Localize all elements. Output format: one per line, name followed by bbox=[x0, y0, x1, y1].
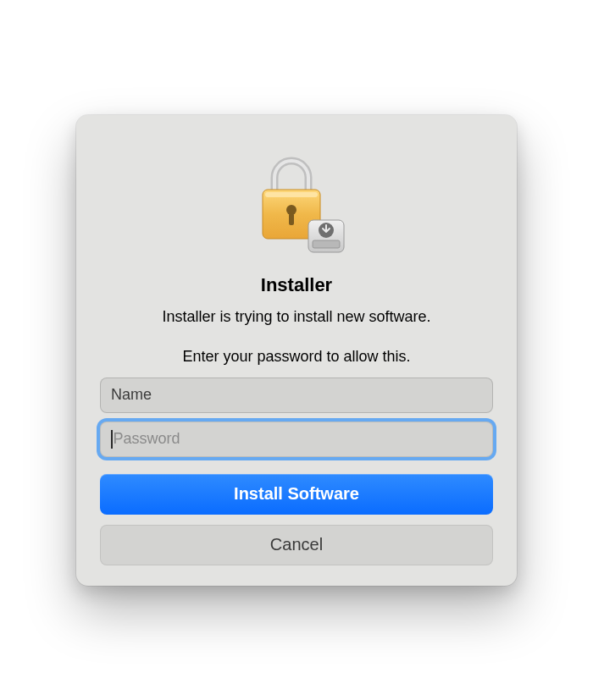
password-placeholder: Password bbox=[114, 430, 180, 448]
svg-rect-1 bbox=[265, 192, 318, 197]
lock-installer-icon bbox=[237, 144, 356, 262]
svg-rect-5 bbox=[313, 240, 340, 248]
svg-rect-3 bbox=[289, 213, 294, 225]
install-software-button[interactable]: Install Software bbox=[100, 474, 493, 515]
install-software-button-label: Install Software bbox=[234, 484, 359, 504]
text-caret bbox=[111, 430, 113, 449]
auth-dialog: Installer Installer is trying to install… bbox=[76, 115, 517, 586]
cancel-button-label: Cancel bbox=[270, 535, 323, 554]
name-field-label: Name bbox=[111, 386, 152, 404]
dialog-title: Installer bbox=[261, 274, 332, 296]
dialog-instruction: Enter your password to allow this. bbox=[182, 348, 410, 366]
cancel-button[interactable]: Cancel bbox=[100, 525, 493, 565]
dialog-message: Installer is trying to install new softw… bbox=[162, 308, 430, 326]
name-field[interactable]: Name bbox=[100, 378, 493, 413]
password-field[interactable]: Password bbox=[100, 422, 493, 457]
